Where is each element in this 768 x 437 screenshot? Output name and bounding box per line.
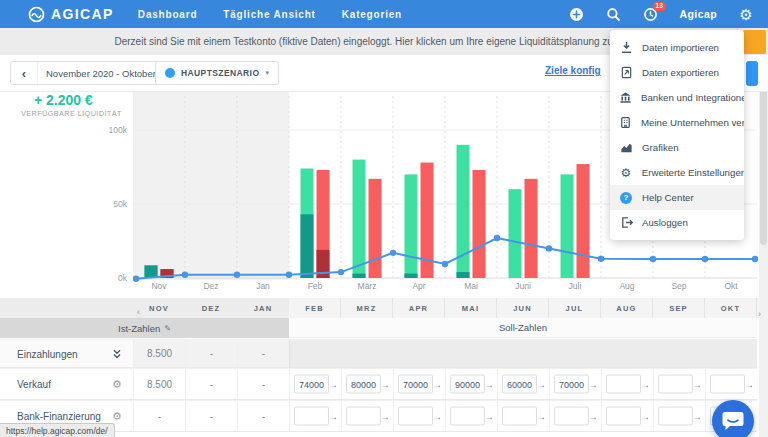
brand-name: AGICAP	[51, 6, 114, 22]
menu-item-ausloggen[interactable]: Ausloggen	[610, 210, 744, 235]
menu-item-help-center[interactable]: ?Help Center	[610, 185, 744, 210]
soll-value-input[interactable]	[346, 407, 381, 426]
search-icon[interactable]	[606, 6, 622, 22]
apply-forward-arrow-icon[interactable]: →	[380, 411, 390, 422]
menu-item-label: Daten exportieren	[642, 67, 719, 78]
menu-item-daten-exportieren[interactable]: Daten exportieren	[610, 60, 744, 85]
soll-cell: →	[341, 401, 393, 431]
apply-forward-arrow-icon[interactable]: →	[536, 411, 546, 422]
export-icon	[619, 66, 633, 79]
soll-value-input[interactable]	[398, 407, 433, 426]
svg-text:100k: 100k	[109, 125, 128, 135]
svg-text:Apr: Apr	[412, 281, 425, 291]
soll-value-input[interactable]	[606, 375, 641, 394]
collapse-row-icon[interactable]	[112, 349, 122, 359]
apply-forward-arrow-icon[interactable]: →	[432, 379, 442, 390]
apply-forward-arrow-icon[interactable]: →	[432, 411, 442, 422]
agicap-logo[interactable]: AGICAP	[28, 6, 114, 23]
soll-value-input[interactable]: 70000	[398, 375, 433, 394]
soll-value-input[interactable]	[606, 407, 641, 426]
scenario-label: HAUPTSZENARIO	[181, 68, 259, 78]
apply-forward-arrow-icon[interactable]: →	[692, 379, 702, 390]
soll-cell: →	[601, 369, 653, 399]
menu-item-grafiken[interactable]: Grafiken	[610, 135, 744, 160]
ist-value-cell: -	[237, 369, 289, 399]
apply-forward-arrow-icon[interactable]: →	[692, 411, 702, 422]
month-column-header: JUL	[549, 298, 601, 318]
month-column-header: OKT	[705, 298, 757, 318]
soll-value-input[interactable]: 70000	[554, 375, 589, 394]
menu-item-daten-importieren[interactable]: Daten importieren	[610, 35, 744, 60]
soll-value-input[interactable]: 90000	[450, 375, 485, 394]
menu-item-banken-und-integrationen[interactable]: Banken und Integrationen	[610, 85, 744, 110]
charts-icon	[619, 141, 633, 154]
settings-menu: Daten importierenDaten exportierenBanken…	[610, 30, 744, 240]
soll-value-input[interactable]	[658, 407, 693, 426]
table-scroll-right-icon[interactable]: ›	[758, 309, 761, 319]
soll-cell: →	[445, 401, 497, 431]
row-settings-gear-icon[interactable]: ⚙	[112, 379, 122, 390]
soll-value-input[interactable]	[450, 407, 485, 426]
scenario-selector[interactable]: HAUPTSZENARIO ▾	[155, 61, 279, 85]
import-icon	[619, 41, 633, 54]
soll-value-input[interactable]	[502, 407, 537, 426]
apply-forward-arrow-icon[interactable]: →	[588, 379, 598, 390]
nav-kategorien[interactable]: Kategorien	[342, 9, 402, 20]
svg-text:0k: 0k	[118, 273, 128, 283]
chat-widget-button[interactable]	[712, 400, 754, 437]
add-icon[interactable]	[569, 6, 585, 22]
ist-value-cell: -	[185, 401, 237, 431]
gear-icon[interactable]: ⚙	[738, 6, 754, 22]
banner-action-button[interactable]	[743, 30, 766, 54]
soll-value-input[interactable]: 60000	[502, 375, 537, 394]
ist-value-cell: -	[133, 401, 185, 431]
settings-icon: ⚙	[619, 167, 633, 179]
soll-cell: →	[393, 401, 445, 431]
soll-value-input[interactable]	[658, 375, 693, 394]
apply-forward-arrow-icon[interactable]: →	[484, 411, 494, 422]
soll-value-input[interactable]	[710, 375, 745, 394]
svg-text:Sep: Sep	[671, 281, 686, 291]
svg-text:Juli: Juli	[569, 281, 582, 291]
prev-period-button[interactable]: ‹	[11, 62, 37, 84]
apply-forward-arrow-icon[interactable]: →	[588, 411, 598, 422]
apply-forward-arrow-icon[interactable]: →	[328, 379, 338, 390]
user-menu[interactable]: Agicap	[680, 8, 717, 20]
soll-cell: →	[653, 401, 705, 431]
ist-zahlen-header[interactable]: Ist-Zahlen ✎	[0, 318, 289, 338]
soll-value-input[interactable]	[554, 407, 589, 426]
row-label[interactable]: Bank-Finanzierung	[17, 411, 101, 422]
soll-value-input[interactable]: 74000	[294, 375, 329, 394]
apply-forward-arrow-icon[interactable]: →	[536, 379, 546, 390]
menu-item-meine-unternehmen-verwalt[interactable]: Meine Unternehmen verwalt...	[610, 110, 744, 135]
table-row-verkauf: Verkauf⚙8.500--74000→80000→70000→90000→6…	[0, 368, 757, 400]
apply-forward-arrow-icon[interactable]: →	[380, 379, 390, 390]
apply-forward-arrow-icon[interactable]: →	[328, 411, 338, 422]
apply-forward-arrow-icon[interactable]: →	[744, 379, 754, 390]
notifications-clock-icon[interactable]: 13	[643, 6, 659, 22]
nav-taegliche-ansicht[interactable]: Tägliche Ansicht	[223, 9, 315, 20]
nav-dashboard[interactable]: Dashboard	[138, 9, 197, 20]
row-label[interactable]: Verkauf	[17, 379, 51, 390]
soll-cell: 70000→	[393, 369, 445, 399]
row-label[interactable]: Einzahlungen	[17, 348, 78, 359]
bank-icon	[619, 91, 632, 104]
month-column-header: MAI	[445, 298, 497, 318]
soll-cell: →	[705, 369, 757, 399]
soll-value-input[interactable]: 80000	[346, 375, 381, 394]
configure-goals-link[interactable]: Ziele konfig	[545, 65, 601, 76]
logout-icon	[619, 216, 633, 229]
menu-item-erweiterte-einstellungen[interactable]: ⚙Erweiterte Einstellungen	[610, 160, 744, 185]
month-column-header: AUG	[601, 298, 653, 318]
soll-cell: 70000→	[549, 369, 601, 399]
notification-badge: 13	[653, 2, 666, 11]
row-settings-gear-icon[interactable]: ⚙	[112, 411, 122, 422]
table-scroll-left-icon[interactable]: ‹	[137, 307, 140, 317]
apply-forward-arrow-icon[interactable]: →	[640, 411, 650, 422]
apply-forward-arrow-icon[interactable]: →	[640, 379, 650, 390]
apply-forward-arrow-icon[interactable]: →	[484, 379, 494, 390]
soll-value-input[interactable]	[294, 407, 329, 426]
month-column-header: NOV	[133, 298, 185, 318]
menu-item-label: Erweiterte Einstellungen	[642, 167, 744, 178]
toolbar-primary-button[interactable]	[746, 61, 758, 86]
